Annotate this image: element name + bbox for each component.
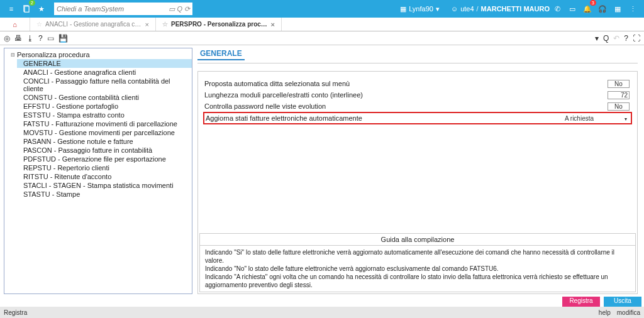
svg-rect-1	[25, 6, 29, 12]
user-id: ute4	[460, 5, 474, 13]
tree-item[interactable]: FATSTU - Fatturazione movimenti di parce…	[17, 119, 192, 128]
phone-icon[interactable]: ✆	[550, 1, 565, 16]
guide-box: Guida alla compilazione Indicando "Si" l…	[199, 233, 636, 292]
home-icon[interactable]: ⌂	[0, 18, 30, 31]
registra-button[interactable]: Registra	[562, 297, 600, 307]
form-label: Controlla password nelle viste evolution	[204, 102, 608, 110]
tree-item[interactable]: STASTU - Stampe	[17, 190, 192, 199]
tab-star-icon[interactable]: ☆	[162, 21, 168, 28]
value-input[interactable]: 72	[608, 91, 630, 99]
help-icon[interactable]: ?	[38, 34, 43, 43]
value-dropdown[interactable]: A richiesta ▾	[529, 115, 630, 122]
main-area: ⊟ Personalizza procedura GENERALE ANACLI…	[0, 45, 644, 297]
help-icon[interactable]: ?	[624, 34, 628, 43]
tree-panel: ⊟ Personalizza procedura GENERALE ANACLI…	[4, 48, 192, 294]
doc-icon[interactable]: 2	[19, 1, 34, 16]
grid-icon[interactable]: ▦	[400, 5, 406, 13]
tree-item[interactable]: MOVSTU - Gestione movimenti per parcella…	[17, 128, 192, 137]
footer: Registra Uscita Registra help modifica	[0, 297, 644, 318]
user-sep: /	[477, 5, 479, 13]
tab-perspro[interactable]: ☆ PERSPRO - Personalizza procedura ×	[156, 18, 282, 31]
search-box[interactable]: ▭ Q ⟳	[54, 3, 192, 15]
status-bar: Registra help modifica	[0, 307, 644, 318]
tree-item[interactable]: ANACLI - Gestione anagrafica clienti	[17, 68, 192, 77]
section-header: GENERALE	[197, 48, 245, 60]
status-left: Registra	[4, 309, 27, 316]
chevron-down-icon[interactable]: ▾	[625, 116, 627, 122]
save-icon[interactable]: 💾	[58, 34, 68, 43]
value-toggle[interactable]: No	[608, 80, 630, 88]
user-info: ▦ Lynfa90 ▾ ☺ ute4 / MARCHETTI MAURO	[400, 5, 550, 13]
tree-item[interactable]: PASANN - Gestione notule e fatture	[17, 137, 192, 146]
uscita-button[interactable]: Uscita	[604, 297, 641, 307]
tree-item[interactable]: STACLI - STAGEN - Stampa statistica movi…	[17, 181, 192, 190]
download-icon[interactable]: ⭳	[26, 34, 34, 43]
search-icon[interactable]: Q	[603, 34, 609, 43]
tree-item[interactable]: EFFSTU - Gestione portafoglio	[17, 102, 192, 111]
tree-item[interactable]: PASCON - Passaggio fatture in contabilit…	[17, 146, 192, 155]
form-area: Proposta automatica ditta selezionata su…	[197, 71, 638, 294]
tree-item[interactable]: CONCLI - Passaggio fatture nella contabi…	[17, 77, 192, 93]
camera-icon[interactable]: ◎	[4, 34, 10, 43]
tree-item[interactable]: PDFSTUD - Generazione file per esportazi…	[17, 155, 192, 163]
tree-root-label: Personalizza procedura	[17, 51, 90, 58]
tree-root-node[interactable]: ⊟ Personalizza procedura	[4, 50, 192, 59]
tab-close-icon[interactable]: ×	[271, 21, 275, 28]
form-row-proposta: Proposta automatica ditta selezionata su…	[204, 78, 631, 89]
menu-icon[interactable]: ≡	[4, 1, 19, 16]
tab-close-icon[interactable]: ×	[145, 21, 149, 28]
tab-label: ANACLI - Gestione anagrafica clienti	[45, 21, 142, 28]
bell-icon[interactable]: 🔔3	[580, 1, 595, 16]
undo-icon[interactable]: ↶	[613, 34, 619, 43]
tab-anacli[interactable]: ☆ ANACLI - Gestione anagrafica clienti ×	[30, 18, 156, 31]
search-input[interactable]	[57, 5, 169, 13]
calc-icon[interactable]: ▭	[47, 34, 54, 43]
search-icon[interactable]: Q	[177, 5, 182, 13]
form-label: Lunghezza moduli parcelle/estratti conto…	[204, 91, 608, 99]
form-row-aggiorna: Aggiorna stati fatture elettroniche auto…	[203, 112, 632, 124]
status-modifica[interactable]: modifica	[617, 309, 640, 316]
card-icon[interactable]: ▭	[565, 1, 580, 16]
star-icon[interactable]: ★	[34, 1, 49, 16]
user-name: MARCHETTI MAURO	[481, 5, 550, 13]
chevron-down-icon[interactable]: ▾	[595, 34, 599, 43]
status-help[interactable]: help	[599, 309, 611, 316]
lynfa-label[interactable]: Lynfa90	[409, 5, 433, 13]
user-icon[interactable]: ☺	[451, 5, 458, 13]
tree-item-generale[interactable]: GENERALE	[17, 59, 192, 68]
toolbar: ◎ 🖶 ⭳ ? ▭ 💾 ▾ Q ↶ ? ⛶	[0, 31, 644, 45]
content-panel: GENERALE Proposta automatica ditta selez…	[194, 45, 644, 297]
headset-icon[interactable]: 🎧	[595, 1, 610, 16]
guide-title: Guida alla compilazione	[200, 234, 635, 246]
form-row-controlla: Controlla password nelle viste evolution…	[204, 101, 631, 112]
guide-body: Indicando "Si" lo stato delle fatture el…	[200, 246, 635, 292]
form-label: Aggiorna stati fatture elettroniche auto…	[206, 114, 529, 122]
tree-item[interactable]: RITSTU - Ritenute d'acconto	[17, 172, 192, 181]
tree-item[interactable]: ESTSTU - Stampa estratto conto	[17, 111, 192, 119]
chevron-down-icon[interactable]: ▾	[436, 5, 440, 13]
form-label: Proposta automatica ditta selezionata su…	[204, 80, 608, 87]
tree-item[interactable]: REPSTU - Repertorio clienti	[17, 163, 192, 172]
form-row-lunghezza: Lunghezza moduli parcelle/estratti conto…	[204, 89, 631, 101]
tab-star-icon[interactable]: ☆	[36, 21, 42, 28]
top-bar: ≡ 2 ★ ▭ Q ⟳ ▦ Lynfa90 ▾ ☺ ute4 / MARCHET…	[0, 0, 644, 18]
print-icon[interactable]: 🖶	[14, 34, 22, 43]
tree-item[interactable]: CONSTU - Gestione contabilità clienti	[17, 93, 192, 102]
collapse-icon[interactable]: ⊟	[11, 52, 15, 58]
expand-icon[interactable]: ⛶	[633, 34, 640, 43]
chat-icon[interactable]: ▭	[169, 5, 175, 13]
value-toggle[interactable]: No	[608, 102, 630, 111]
tabs-row: ⌂ ☆ ANACLI - Gestione anagrafica clienti…	[0, 18, 644, 31]
more-icon[interactable]: ⋮	[625, 1, 640, 16]
tab-label: PERSPRO - Personalizza procedura	[171, 21, 268, 28]
clock-icon[interactable]: ⟳	[184, 5, 190, 13]
calendar-icon[interactable]: ▦	[610, 1, 625, 16]
